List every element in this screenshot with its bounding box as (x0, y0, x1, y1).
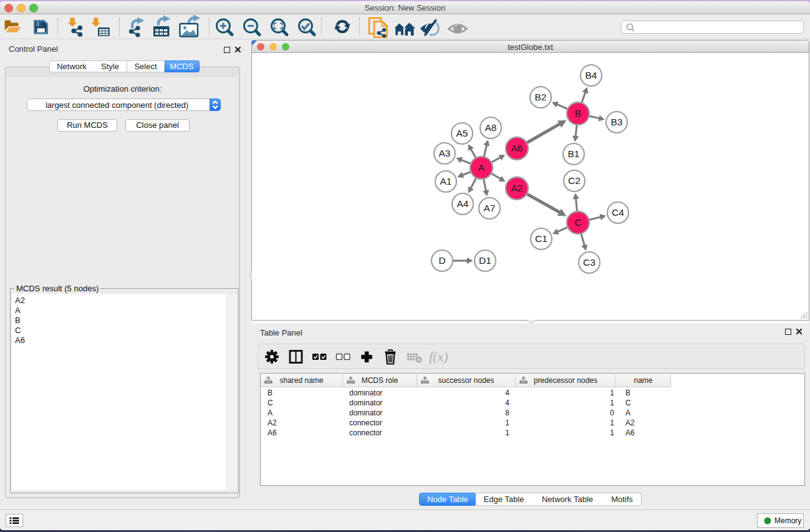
svg-text:C4: C4 (612, 207, 624, 218)
svg-text:C3: C3 (583, 257, 595, 268)
svg-text:A: A (478, 162, 485, 173)
svg-text:B: B (575, 108, 581, 118)
svg-text:D1: D1 (479, 255, 491, 266)
svg-text:B3: B3 (611, 117, 623, 127)
svg-text:A4: A4 (457, 198, 469, 209)
svg-text:C1: C1 (535, 233, 547, 244)
svg-text:B2: B2 (535, 92, 547, 102)
svg-text:C: C (574, 217, 581, 228)
svg-text:A8: A8 (485, 122, 497, 133)
svg-text:f(x): f(x) (429, 349, 448, 364)
svg-text:A1: A1 (440, 176, 452, 186)
svg-text:A7: A7 (484, 203, 496, 213)
svg-text:C2: C2 (568, 175, 581, 186)
svg-text:A3: A3 (439, 148, 451, 158)
svg-text:D: D (438, 255, 445, 266)
svg-text:A6: A6 (511, 143, 523, 153)
svg-text:B4: B4 (586, 70, 597, 80)
svg-text:A2: A2 (511, 183, 523, 193)
svg-text:B1: B1 (568, 148, 580, 159)
svg-text:A5: A5 (456, 128, 468, 138)
